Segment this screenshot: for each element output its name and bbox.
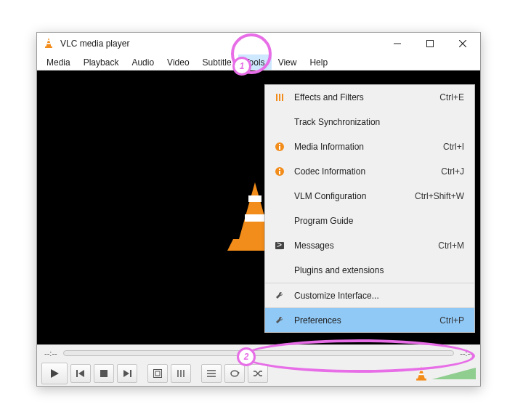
menu-help[interactable]: Help — [303, 54, 334, 70]
svg-rect-10 — [245, 214, 265, 222]
menu-playback[interactable]: Playback — [77, 54, 126, 70]
svg-rect-19 — [279, 171, 280, 174]
wrench-icon — [272, 288, 287, 303]
svg-marker-27 — [123, 370, 129, 377]
menu-bar: Media Playback Audio Video Subtitle Tool… — [37, 54, 480, 70]
menu-subtitle[interactable]: Subtitle — [196, 54, 238, 70]
time-total: --:-- — [460, 349, 473, 358]
menuitem-program-guide[interactable]: Program Guide — [265, 209, 474, 233]
svg-text:>_: >_ — [277, 241, 285, 250]
svg-rect-29 — [154, 370, 162, 378]
vlc-cone-icon — [43, 37, 54, 51]
playlist-button[interactable] — [201, 364, 222, 383]
volume-icon[interactable] — [413, 366, 429, 381]
seek-slider[interactable] — [63, 350, 455, 356]
svg-marker-0 — [46, 38, 52, 47]
menuitem-media-info[interactable]: Media Information Ctrl+I — [265, 134, 474, 159]
svg-rect-2 — [46, 43, 50, 44]
svg-rect-3 — [45, 47, 52, 48]
svg-rect-39 — [420, 370, 423, 371]
play-button[interactable] — [41, 363, 68, 384]
menuitem-codec-info[interactable]: Codec Information Ctrl+J — [265, 159, 474, 184]
loop-button[interactable] — [224, 364, 245, 383]
wrench-icon — [272, 313, 287, 328]
info-icon — [272, 140, 287, 154]
menuitem-messages[interactable]: >_ Messages Ctrl+M — [265, 233, 474, 258]
svg-rect-1 — [47, 40, 49, 41]
svg-rect-5 — [426, 41, 433, 47]
menuitem-track-sync[interactable]: Track Synchronization — [265, 110, 474, 134]
controls-bar: --:-- --:-- — [37, 344, 480, 386]
menu-tools[interactable]: Tools — [238, 54, 272, 70]
menu-view[interactable]: View — [272, 54, 304, 70]
menuitem-vlm-config[interactable]: VLM Configuration Ctrl+Shift+W — [265, 184, 474, 209]
svg-rect-41 — [416, 379, 426, 381]
svg-rect-28 — [130, 370, 131, 377]
maximize-button[interactable] — [413, 33, 446, 54]
menuitem-effects-filters[interactable]: Effects and Filters Ctrl+E — [265, 85, 474, 110]
next-button[interactable] — [117, 364, 137, 383]
svg-marker-25 — [78, 370, 84, 377]
time-elapsed: --:-- — [44, 349, 57, 358]
svg-rect-16 — [279, 146, 280, 150]
svg-marker-38 — [418, 366, 425, 379]
close-button[interactable] — [446, 33, 479, 54]
fullscreen-button[interactable] — [147, 364, 168, 383]
info-icon — [272, 164, 287, 179]
sliders-icon — [272, 90, 287, 105]
svg-rect-40 — [418, 373, 423, 375]
menuitem-plugins[interactable]: Plugins and extensions — [265, 258, 474, 283]
svg-rect-17 — [279, 144, 280, 145]
svg-rect-20 — [279, 169, 280, 170]
svg-marker-23 — [51, 369, 59, 378]
vlc-window: VLC media player Media Playback Audio Vi… — [36, 32, 481, 387]
menuitem-customize-interface[interactable]: Customize Interface... — [265, 283, 474, 307]
minimize-button[interactable] — [381, 33, 413, 54]
menu-media[interactable]: Media — [40, 54, 77, 70]
menuitem-preferences[interactable]: Preferences Ctrl+P — [265, 307, 474, 332]
shuffle-button[interactable] — [248, 364, 268, 383]
previous-button[interactable] — [70, 364, 91, 383]
svg-rect-26 — [100, 370, 108, 377]
terminal-icon: >_ — [272, 238, 287, 253]
svg-rect-9 — [248, 195, 261, 202]
stop-button[interactable] — [94, 364, 114, 383]
svg-rect-30 — [155, 371, 160, 376]
extended-settings-button[interactable] — [171, 364, 191, 383]
tools-dropdown: Effects and Filters Ctrl+E Track Synchro… — [264, 84, 475, 333]
title-bar: VLC media player — [37, 33, 480, 54]
volume-slider[interactable] — [432, 368, 476, 379]
window-title: VLC media player — [60, 39, 381, 49]
video-area[interactable]: Effects and Filters Ctrl+E Track Synchro… — [37, 70, 480, 344]
menu-video[interactable]: Video — [161, 54, 195, 70]
menu-audio[interactable]: Audio — [125, 54, 161, 70]
svg-rect-24 — [76, 370, 78, 377]
